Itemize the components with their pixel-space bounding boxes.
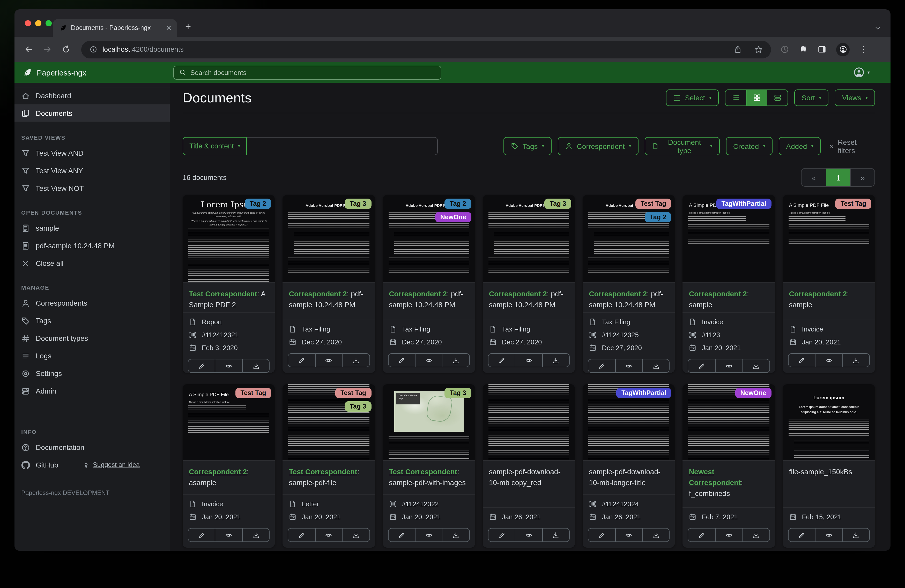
document-thumbnail[interactable]: Boundary Waters Trip Tag 3: [383, 384, 475, 461]
tag-badge[interactable]: Tag 3: [445, 388, 471, 398]
preview-button[interactable]: [715, 360, 742, 372]
edit-button[interactable]: [388, 529, 415, 542]
sidebar-item-documents[interactable]: Documents: [14, 105, 170, 122]
correspondent-link[interactable]: Test Correspondent: [389, 468, 457, 476]
download-button[interactable]: [842, 354, 869, 367]
filter-added-button[interactable]: Added▾: [779, 137, 821, 155]
tag-badge[interactable]: TagWithPartial: [716, 198, 771, 209]
views-button[interactable]: Views ▾: [835, 89, 875, 106]
sidebar-item-documentation[interactable]: Documentation: [14, 439, 170, 456]
edit-button[interactable]: [788, 354, 815, 367]
global-search[interactable]: [173, 65, 441, 79]
correspondent-link[interactable]: Correspondent 2: [289, 290, 347, 298]
preview-button[interactable]: [215, 529, 242, 542]
bookmark-star-icon[interactable]: [754, 45, 763, 54]
download-button[interactable]: [342, 529, 369, 542]
preview-button[interactable]: [715, 529, 742, 542]
correspondent-link[interactable]: Correspondent 2: [489, 290, 547, 298]
download-button[interactable]: [742, 529, 769, 542]
edit-button[interactable]: [289, 529, 315, 542]
tag-badge[interactable]: Tag 2: [245, 198, 271, 209]
preview-button[interactable]: [615, 529, 642, 542]
view-list-button[interactable]: [726, 90, 746, 106]
document-thumbnail[interactable]: A Simple PDF FileThis is a small demonst…: [183, 384, 275, 461]
extension-dim-icon[interactable]: [780, 45, 789, 54]
reset-filters-button[interactable]: × Reset filters: [829, 138, 875, 154]
correspondent-link[interactable]: Correspondent 2: [589, 290, 647, 298]
document-thumbnail[interactable]: [483, 384, 575, 461]
sidebar-item-settings[interactable]: Settings: [14, 365, 170, 382]
filter-correspondent-button[interactable]: Correspondent▾: [558, 137, 638, 155]
tag-badge[interactable]: Test Tag: [335, 388, 371, 398]
edit-button[interactable]: [489, 529, 515, 542]
tag-badge[interactable]: Tag 3: [345, 401, 371, 412]
page-prev-button[interactable]: «: [802, 169, 826, 186]
select-button[interactable]: Select ▾: [666, 89, 719, 106]
tag-badge[interactable]: Tag 2: [645, 212, 671, 222]
document-thumbnail[interactable]: Test TagTag 3: [283, 384, 375, 461]
sidebar-item-document-types[interactable]: Document types: [14, 330, 170, 347]
tag-badge[interactable]: Tag 2: [445, 198, 471, 209]
download-button[interactable]: [842, 529, 869, 542]
tag-badge[interactable]: Tag 3: [545, 198, 571, 209]
filter-document-type-button[interactable]: Document type▾: [645, 137, 720, 155]
browser-tab[interactable]: Documents - Paperless-ngx ✕: [53, 19, 177, 37]
document-thumbnail[interactable]: Adobe Acrobat PDF Files Test TagTag 2: [583, 195, 675, 283]
edit-button[interactable]: [788, 529, 815, 542]
correspondent-link[interactable]: Correspondent 2: [189, 468, 247, 476]
download-button[interactable]: [442, 354, 469, 367]
sidebar-item-pdf-sample-10-24-48-pm[interactable]: pdf-sample 10.24.48 PM: [14, 237, 170, 254]
sidebar-item-github[interactable]: GitHubSuggest an idea: [14, 456, 170, 474]
correspondent-link[interactable]: Correspondent 2: [389, 290, 447, 298]
document-thumbnail[interactable]: Adobe Acrobat PDF Files Tag 3: [483, 195, 575, 283]
document-thumbnail[interactable]: NewOne: [683, 384, 775, 461]
sidebar-link-suggest-an-idea[interactable]: Suggest an idea: [83, 461, 140, 469]
edit-button[interactable]: [588, 360, 615, 372]
view-detail-button[interactable]: [767, 90, 788, 106]
tab-close-icon[interactable]: ✕: [166, 24, 172, 32]
edit-button[interactable]: [388, 354, 415, 367]
page-current[interactable]: 1: [826, 169, 850, 186]
edit-button[interactable]: [588, 529, 615, 542]
correspondent-link[interactable]: Newest Correspondent: [689, 468, 741, 487]
download-button[interactable]: [742, 360, 769, 372]
document-thumbnail[interactable]: TagWithPartial: [583, 384, 675, 461]
sidebar-item-admin[interactable]: Admin: [14, 382, 170, 400]
edit-button[interactable]: [188, 529, 215, 542]
preview-button[interactable]: [415, 354, 442, 367]
address-bar[interactable]: localhost:4200/documents: [81, 41, 771, 58]
sidebar-item-close-all[interactable]: Close all: [14, 254, 170, 272]
extensions-puzzle-icon[interactable]: [799, 45, 808, 54]
preview-button[interactable]: [315, 529, 342, 542]
browser-profile-button[interactable]: [836, 43, 849, 56]
browser-menu-kebab-icon[interactable]: ⋮: [859, 45, 868, 54]
edit-button[interactable]: [188, 360, 215, 372]
document-thumbnail[interactable]: A Simple PDF FileThis is a small demonst…: [783, 195, 875, 283]
preview-button[interactable]: [515, 529, 542, 542]
sidebar-item-logs[interactable]: Logs: [14, 347, 170, 365]
download-button[interactable]: [542, 529, 569, 542]
edit-button[interactable]: [689, 529, 715, 542]
minimize-window-button[interactable]: [35, 20, 41, 26]
app-brand[interactable]: Paperless-ngx: [23, 68, 86, 77]
page-next-button[interactable]: »: [850, 169, 875, 186]
edit-button[interactable]: [289, 354, 315, 367]
tag-badge[interactable]: TagWithPartial: [616, 388, 672, 398]
filter-query-input[interactable]: [247, 137, 438, 155]
new-tab-button[interactable]: +: [185, 21, 191, 33]
download-button[interactable]: [342, 354, 369, 367]
preview-button[interactable]: [815, 354, 842, 367]
sidebar-item-sample[interactable]: sample: [14, 219, 170, 237]
preview-button[interactable]: [315, 354, 342, 367]
tag-badge[interactable]: Test Tag: [835, 198, 872, 209]
view-grid-button[interactable]: [746, 90, 767, 106]
tag-badge[interactable]: Test Tag: [635, 198, 672, 209]
download-button[interactable]: [642, 529, 669, 542]
close-window-button[interactable]: [25, 20, 31, 26]
sidebar-item-tags[interactable]: Tags: [14, 312, 170, 330]
edit-button[interactable]: [689, 360, 715, 372]
tag-badge[interactable]: Tag 3: [345, 198, 371, 209]
correspondent-link[interactable]: Correspondent 2: [689, 290, 747, 298]
preview-button[interactable]: [515, 354, 542, 367]
download-button[interactable]: [442, 529, 469, 542]
